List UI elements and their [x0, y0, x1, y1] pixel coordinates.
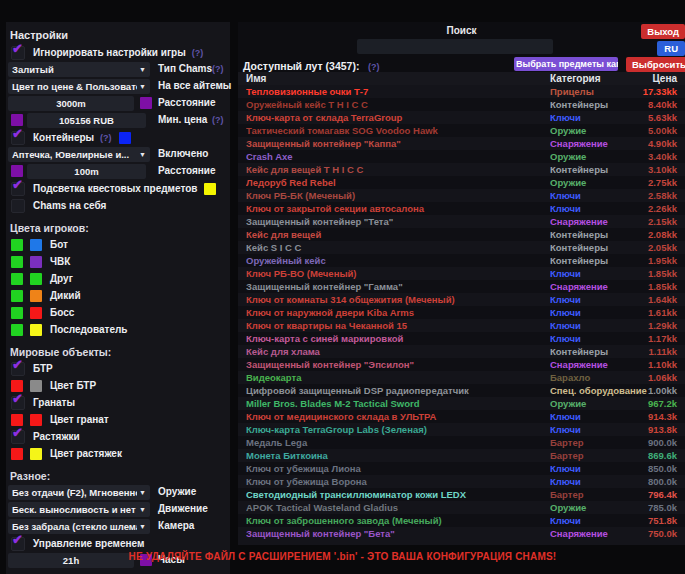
help-icon[interactable]: (?) [192, 48, 204, 58]
checkbox[interactable]: ✔ [11, 131, 25, 145]
help-icon[interactable]: (?) [100, 133, 112, 143]
item-name: Защищенный контейнер "Эпсилон" [246, 358, 544, 371]
loot-row[interactable]: Защищенный контейнер "Тета"Снаряжение2.1… [238, 215, 685, 228]
color-swatch[interactable] [30, 290, 42, 302]
help-icon[interactable]: (?) [212, 115, 224, 125]
loot-row[interactable]: Оружейный кейсКонтейнеры1.95kk [238, 254, 685, 267]
loot-row[interactable]: Защищенный контейнер "Каппа"Снаряжение4.… [238, 137, 685, 150]
color-swatch[interactable] [30, 414, 42, 426]
loot-row[interactable]: Ключ-карта TerraGroup Labs (Зеленая)Ключ… [238, 423, 685, 436]
loot-row[interactable]: Защищенный контейнер "Гамма"Снаряжение1.… [238, 280, 685, 293]
loot-row[interactable]: Ключ РБ-БК (Меченый)Ключи2.58kk [238, 189, 685, 202]
loot-row[interactable]: Оружейный кейс T H I C CКонтейнеры8.40kk [238, 98, 685, 111]
loot-row[interactable]: Ключ от медицинского склада в УЛЬТРАКлюч… [238, 410, 685, 423]
checkbox[interactable] [11, 199, 25, 213]
loot-row[interactable]: Ключ от убежища ЛионаКлючи850.0k [238, 462, 685, 475]
dropdown[interactable]: Без отдачи (F2), Мгновенное п▼ [8, 485, 150, 500]
color-swatch[interactable] [11, 239, 23, 251]
color-swatch[interactable] [11, 380, 23, 392]
loot-row[interactable]: Кейс для хламаКонтейнеры1.11kk [238, 345, 685, 358]
loot-row[interactable]: Ключ от комнаты 314 общежития (Меченый)К… [238, 293, 685, 306]
color-swatch[interactable] [11, 307, 23, 319]
select-kappa-items-button[interactable]: Выбрать предметы каппа [514, 57, 618, 71]
loot-row[interactable]: Кейс для вещейКонтейнеры2.08kk [238, 228, 685, 241]
color-swatch[interactable] [30, 273, 42, 285]
color-swatch[interactable] [11, 256, 23, 268]
loot-row[interactable]: Ключ-карта с синей маркировкойКлючи1.17k… [238, 332, 685, 345]
loot-row[interactable]: Ключ от заброшенного завода (Меченый)Клю… [238, 514, 685, 527]
value-input[interactable]: 100m [27, 164, 146, 179]
loot-row[interactable]: Ключ от закрытой секции автосалонаКлючи2… [238, 202, 685, 215]
item-name: Ключ от заброшенного завода (Меченый) [246, 514, 544, 527]
loot-row[interactable]: Медаль LegaБартер900.0k [238, 436, 685, 449]
color-swatch[interactable] [30, 256, 42, 268]
help-icon[interactable]: (?) [212, 64, 224, 74]
help-icon[interactable]: (?) [368, 62, 380, 72]
dropdown[interactable]: Аптечка, Ювелирные и...▼ [8, 147, 150, 162]
loot-row[interactable]: Кейс S I C CКонтейнеры2.05kk [238, 241, 685, 254]
color-swatch[interactable] [30, 307, 42, 319]
loot-row[interactable]: Miller Bros. Blades M-2 Tactical SwordОр… [238, 397, 685, 410]
item-price: 1.95kk [648, 254, 677, 267]
loot-row[interactable]: Защищенный контейнер "Бета"Снаряжение750… [238, 527, 685, 540]
dropdown[interactable]: Беск. выносливость и нет уста▼ [8, 502, 150, 517]
item-price: 2.75kk [648, 176, 677, 189]
color-swatch[interactable] [11, 273, 23, 285]
color-swatch[interactable] [30, 324, 42, 336]
drop-all-button[interactable]: Выбросить все [626, 57, 685, 72]
loot-row[interactable]: Ключ от наружной двери Kiba ArmsКлючи1.6… [238, 306, 685, 319]
color-swatch[interactable] [140, 97, 152, 109]
search-input[interactable] [357, 39, 553, 54]
loot-row[interactable]: Тактический томагавк SOG Voodoo HawkОруж… [238, 124, 685, 137]
loot-row[interactable]: Тепловизионные очки Т-7Прицелы17.33kk [238, 85, 685, 98]
dropdown[interactable]: Без забрала (стекло шлема)▼ [8, 519, 150, 534]
loot-row[interactable]: Crash AxeОружие3.40kk [238, 150, 685, 163]
color-swatch[interactable] [11, 114, 23, 126]
exit-button[interactable]: Выход [641, 24, 685, 39]
dropdown[interactable]: Цвет по цене & Пользователь▼ [8, 79, 150, 94]
color-swatch[interactable] [119, 132, 131, 144]
item-price: 1.64kk [648, 293, 677, 306]
dropdown-label: Тип Chams [158, 63, 212, 74]
color-swatch[interactable] [30, 239, 42, 251]
loot-row[interactable]: Защищенный контейнер "Эпсилон"Снаряжение… [238, 358, 685, 371]
color-swatch[interactable] [30, 448, 42, 460]
value-input[interactable]: 3000m [8, 96, 134, 111]
settings-row: Без отдачи (F2), Мгновенное п▼Оружие [6, 484, 230, 501]
checkbox-label: Гранаты [33, 397, 75, 408]
item-name: Кейс S I C C [246, 241, 544, 254]
checkbox[interactable]: ✔ [11, 362, 25, 376]
color-swatch[interactable] [30, 380, 42, 392]
dropdown[interactable]: Залитый▼ [8, 62, 150, 77]
color-swatch[interactable] [11, 414, 23, 426]
value-input[interactable]: 105156 RUB [27, 113, 146, 128]
checkbox[interactable]: ✔ [11, 537, 25, 551]
settings-row: ✔Игнорировать настройки игры(?) [6, 44, 230, 61]
checkbox[interactable]: ✔ [11, 46, 25, 60]
settings-row: Босс [6, 304, 230, 321]
loot-row[interactable]: Светодиодный трансиллюминатор кожи LEDXБ… [238, 488, 685, 501]
loot-row[interactable]: Кейс для вещей T H I C CКонтейнеры3.10kk [238, 163, 685, 176]
color-swatch[interactable] [204, 183, 216, 195]
loot-row[interactable]: Ключ РБ-ВО (Меченый)Ключи1.85kk [238, 267, 685, 280]
loot-row[interactable]: Цифровой защищенный DSP радиопередатчикС… [238, 384, 685, 397]
checkbox[interactable]: ✔ [11, 396, 25, 410]
checkbox-label: Игнорировать настройки игры [33, 47, 186, 58]
color-swatch[interactable] [11, 165, 23, 177]
checkbox[interactable]: ✔ [11, 430, 25, 444]
loot-row[interactable]: ВидеокартаБарахло1.06kk [238, 371, 685, 384]
loot-row[interactable]: Ключ от убежища ВоронаКлючи800.0k [238, 475, 685, 488]
loot-row[interactable]: Монета БиткоинаБартер869.6k [238, 449, 685, 462]
color-swatch[interactable] [11, 324, 23, 336]
item-name: Защищенный контейнер "Бета" [246, 527, 544, 540]
loot-row[interactable]: Ледоруб Red RebelОружие2.75kk [238, 176, 685, 189]
checkbox[interactable]: ✔ [11, 182, 25, 196]
color-swatch[interactable] [11, 290, 23, 302]
loot-row[interactable]: Ключ от квартиры на Чеканной 15Ключи1.29… [238, 319, 685, 332]
item-price: 2.15kk [648, 215, 677, 228]
language-button[interactable]: RU [657, 41, 685, 56]
color-swatch[interactable] [11, 448, 23, 460]
loot-row[interactable]: APOK Tactical Wasteland GladiusОружие785… [238, 501, 685, 514]
loot-row[interactable]: Ключ-карта от склада TerraGroupКлючи5.63… [238, 111, 685, 124]
checkbox-label: Chams на себя [33, 200, 106, 211]
